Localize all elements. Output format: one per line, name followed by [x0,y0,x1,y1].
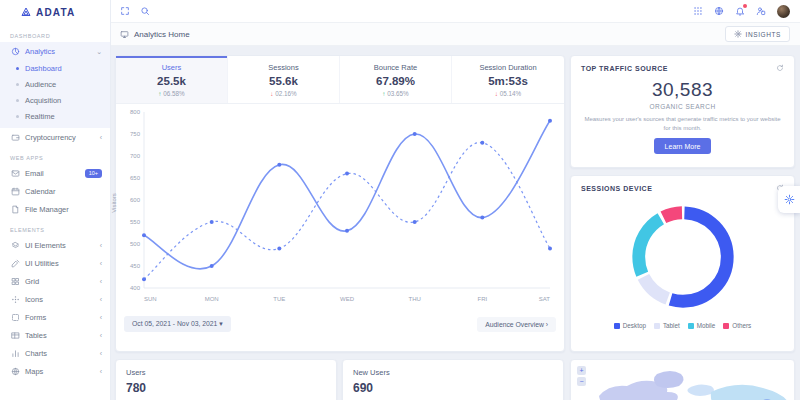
visitors-chart: Visitors 400450500550600650700750800SUNM… [116,104,564,310]
svg-text:600: 600 [130,197,141,203]
chevron-left-icon: ‹ [100,314,102,321]
audience-overview-link[interactable]: Audience Overview › [477,317,556,332]
sidebar-subitem-label: Realtime [25,112,55,121]
sidebar-item-ui-elements[interactable]: UI Elements‹ [0,236,110,254]
stat-label: Users [118,63,225,72]
caret-down-icon: ▾ [219,320,222,327]
sidebar-item-icons[interactable]: Icons‹ [0,290,110,308]
apps-grid-icon[interactable] [693,6,703,16]
nav-group: Analytics⌄DashboardAudienceAcquisitionRe… [0,42,110,128]
sidebar-item-charts[interactable]: Charts‹ [0,344,110,362]
gear-icon [784,194,795,205]
legend-item-mobile[interactable]: Mobile [688,322,716,329]
language-globe-icon[interactable] [714,6,724,16]
sidebar-subitem-audience[interactable]: Audience [0,76,110,92]
map-zoom-controls: + − [577,366,586,386]
tools-icon [11,259,20,268]
svg-text:800: 800 [130,109,141,115]
sidebar-item-forms[interactable]: Forms‹ [0,308,110,326]
arrow-up-icon: ↑ [158,90,163,97]
traffic-description: Measures your user's sources that genera… [581,115,784,132]
sidebar-item-cryptocurrency[interactable]: Cryptocurrency‹ [0,128,110,146]
sidebar-item-grid[interactable]: Grid‹ [0,272,110,290]
learn-more-button[interactable]: Learn More [654,138,712,154]
logo[interactable]: ADATA [0,0,110,24]
sidebar-item-label: Forms [25,313,46,322]
stat-label: Sessions [230,63,337,72]
map-zoom-out-button[interactable]: − [577,377,586,386]
nav-group: Calendar [0,182,110,200]
dots-icon [11,295,20,304]
legend-item-others[interactable]: Others [723,322,751,329]
gear-icon [734,30,742,38]
stat-tab-sessions[interactable]: Sessions55.6k↓ 02.16% [228,56,340,103]
search-icon[interactable] [140,6,150,16]
breadcrumb-label: Analytics Home [134,30,190,39]
stat-tab-session-duration[interactable]: Session Duration5m:53s↓ 05.14% [452,56,564,103]
visitors-line-chart[interactable]: 400450500550600650700750800SUNMONTUEWEDT… [116,104,560,306]
svg-text:TUE: TUE [273,296,285,302]
legend-label: Mobile [697,322,716,329]
sidebar-subitem-dashboard[interactable]: Dashboard [0,60,110,76]
nav-group: Cryptocurrency‹ [0,128,110,146]
sidebar-item-calendar[interactable]: Calendar [0,182,110,200]
topbar-actions [693,5,790,18]
logo-icon [20,6,32,18]
sidebar-subitem-realtime[interactable]: Realtime [0,108,110,124]
sidebar-item-file-manager[interactable]: File Manager [0,200,110,218]
stat-label: Bounce Rate [342,63,449,72]
svg-text:THU: THU [408,296,420,302]
nav-group: Forms‹ [0,308,110,326]
sidebar-item-analytics[interactable]: Analytics⌄ [0,42,110,60]
insights-label: INSIGHTS [746,31,782,38]
nav-group: Tables‹ [0,326,110,344]
sidebar-item-label: Grid [25,277,39,286]
users-mini-value: 780 [126,381,326,395]
nav-section-label: WEB APPS [10,155,100,161]
sidebar-nav: DASHBOARDAnalytics⌄DashboardAudienceAcqu… [0,33,110,380]
sidebar-item-label: UI Utilities [25,259,59,268]
notifications-bell-icon[interactable] [735,6,745,16]
nav-section-label: DASHBOARD [10,33,100,39]
new-users-mini-value: 690 [353,381,553,395]
date-range-picker[interactable]: Oct 05, 2021 - Nov 03, 2021 ▾ [124,316,231,332]
profile-badge-icon[interactable] [756,6,766,16]
map-zoom-in-button[interactable]: + [577,366,586,375]
user-avatar[interactable] [777,5,790,18]
insights-button[interactable]: INSIGHTS [725,26,791,42]
stat-tab-users[interactable]: Users25.5k↑ 06.58% [116,56,228,103]
sidebar-subitem-acquisition[interactable]: Acquisition [0,92,110,108]
svg-text:750: 750 [130,131,141,137]
globe-icon [11,367,20,376]
notification-badge [743,4,747,8]
sidebar-item-email[interactable]: Email10+ [0,164,110,182]
sessions-device-card: SESSIONS DEVICE DesktopTabletMobileOther… [570,175,795,352]
legend-item-tablet[interactable]: Tablet [654,322,680,329]
legend-item-desktop[interactable]: Desktop [614,322,646,329]
stat-tab-bounce-rate[interactable]: Bounce Rate67.89%↑ 03.65% [340,56,452,103]
sidebar-item-tables[interactable]: Tables‹ [0,326,110,344]
sidebar-item-ui-utilities[interactable]: UI Utilities‹ [0,254,110,272]
stat-delta: ↑ 03.65% [342,90,449,97]
device-donut-chart[interactable] [624,198,742,316]
traffic-card-title: TOP TRAFFIC SOURCE [581,65,668,72]
legend-swatch [688,323,694,329]
sidebar-item-label: Email [25,169,44,178]
users-mini-card: Users 780 [115,359,337,400]
sidebar-subitem-label: Audience [25,80,56,89]
stat-value: 55.6k [230,75,337,87]
sidebar-subitem-label: Dashboard [25,64,62,73]
new-users-mini-label: New Users [353,368,553,377]
sidebar-toggle-icon[interactable] [120,6,130,16]
refresh-icon[interactable] [776,64,784,72]
forms-icon [11,313,20,322]
settings-panel-toggle[interactable] [778,186,800,213]
svg-text:450: 450 [130,263,141,269]
charts-icon [11,349,20,358]
sidebar-item-maps[interactable]: Maps‹ [0,362,110,380]
device-donut-wrap [581,198,784,316]
chevron-right-icon: › [546,321,548,328]
arrow-up-icon: ↑ [382,90,387,97]
chevron-left-icon: ‹ [100,368,102,375]
world-map[interactable] [571,360,795,400]
